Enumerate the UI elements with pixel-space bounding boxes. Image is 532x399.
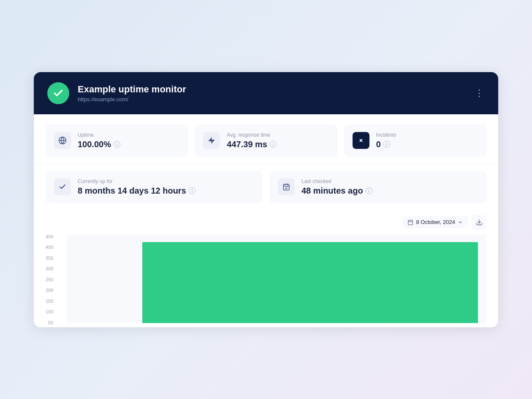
bolt-icon-wrap [203, 132, 220, 149]
incidents-content: Incidents 0 i [376, 132, 396, 149]
uptime-label: Uptime [78, 132, 120, 138]
response-content: Avg. response time 447.39 ms i [227, 132, 277, 149]
last-checked-card: Last checked 48 minutes ago i [269, 171, 486, 203]
globe-icon [58, 136, 67, 145]
header-left: Example uptime monitor https://example.c… [47, 82, 186, 104]
x-circle-icon [357, 136, 365, 145]
chevron-down-icon [458, 220, 463, 225]
header-text: Example uptime monitor https://example.c… [78, 84, 186, 103]
stat-response-time: Avg. response time 447.39 ms i [195, 124, 337, 157]
calendar-icon [282, 183, 290, 191]
check-icon [59, 183, 66, 191]
currently-up-label: Currently up for [78, 178, 195, 184]
monitor-header: Example uptime monitor https://example.c… [34, 72, 498, 114]
download-icon [476, 219, 483, 226]
currently-up-content: Currently up for 8 months 14 days 12 hou… [78, 178, 195, 196]
check-icon-wrap [54, 178, 71, 195]
chart-label-350: 350 [46, 256, 57, 261]
x-icon-wrap [353, 132, 369, 149]
currently-up-info-icon[interactable]: i [189, 187, 195, 194]
response-label: Avg. response time [227, 132, 277, 138]
chart-label-300: 300 [46, 267, 57, 271]
currently-up-value: 8 months 14 days 12 hours i [78, 186, 195, 196]
svg-rect-6 [283, 184, 289, 190]
incidents-label: Incidents [376, 132, 396, 138]
chart-bar-container [67, 235, 486, 323]
chart-label-150: 150 [46, 299, 57, 304]
status-row: Currently up for 8 months 14 days 12 hou… [34, 164, 498, 210]
chart-area: 450 400 350 300 250 200 150 100 50 [46, 235, 486, 327]
chart-label-100: 100 [46, 310, 57, 314]
monitor-title: Example uptime monitor [78, 84, 186, 96]
incidents-value: 0 i [376, 140, 396, 149]
uptime-info-icon[interactable]: i [114, 141, 120, 148]
svg-rect-10 [408, 220, 413, 225]
globe-icon-wrap [54, 132, 71, 149]
uptime-content: Uptime 100.00% i [78, 132, 120, 149]
currently-up-card: Currently up for 8 months 14 days 12 hou… [46, 171, 263, 203]
svg-marker-2 [209, 137, 215, 144]
chart-section: 8 October, 2024 450 400 350 300 250 [34, 210, 498, 327]
stat-incidents: Incidents 0 i [344, 124, 486, 157]
chart-label-400: 400 [46, 245, 57, 250]
last-checked-label: Last checked [301, 178, 372, 184]
download-button[interactable] [472, 215, 486, 229]
chart-toolbar: 8 October, 2024 [46, 215, 486, 235]
main-card: Example uptime monitor https://example.c… [34, 72, 498, 327]
bolt-icon [207, 136, 216, 145]
last-checked-info-icon[interactable]: i [366, 187, 372, 194]
last-checked-content: Last checked 48 minutes ago i [301, 178, 372, 196]
header-menu-button[interactable]: ⋮ [475, 88, 485, 99]
status-up-icon [47, 82, 69, 104]
monitor-url: https://example.com/ [78, 96, 186, 102]
chart-label-50: 50 [46, 321, 57, 325]
chart-y-labels: 450 400 350 300 250 200 150 100 50 [46, 235, 57, 327]
calendar-small-icon [407, 219, 413, 225]
response-info-icon[interactable]: i [270, 141, 277, 148]
date-label: 8 October, 2024 [416, 219, 455, 225]
uptime-value: 100.00% i [78, 140, 120, 149]
stats-row: Uptime 100.00% i Avg. response time 447.… [34, 114, 498, 164]
chart-label-200: 200 [46, 288, 57, 293]
stat-uptime: Uptime 100.00% i [46, 124, 188, 157]
date-selector[interactable]: 8 October, 2024 [402, 216, 468, 228]
chart-label-250: 250 [46, 278, 57, 282]
calendar-icon-wrap [278, 178, 295, 195]
incidents-info-icon[interactable]: i [383, 141, 390, 148]
response-value: 447.39 ms i [227, 140, 277, 149]
chart-bar [142, 242, 478, 323]
last-checked-value: 48 minutes ago i [301, 186, 372, 196]
chart-label-450: 450 [46, 235, 57, 239]
